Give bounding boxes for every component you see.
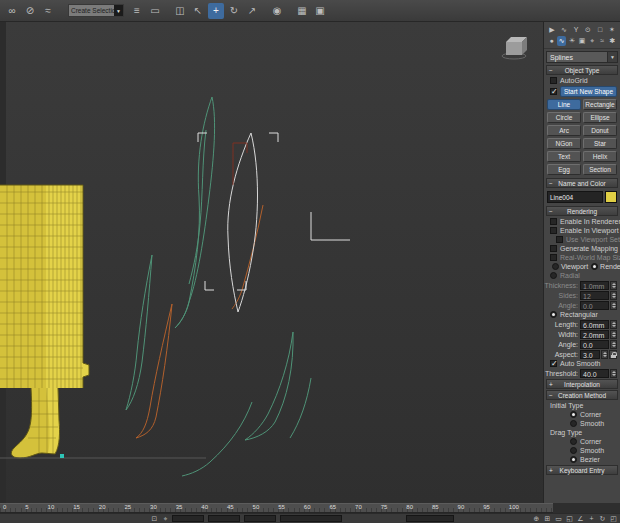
button-ellipse[interactable]: Ellipse xyxy=(583,112,617,123)
green-spline-curves[interactable] xyxy=(126,97,311,476)
drag-smooth-radio[interactable] xyxy=(570,447,577,454)
drag-corner-radio[interactable] xyxy=(570,438,577,445)
category-space-warps[interactable]: ≈ xyxy=(598,36,607,46)
category-systems[interactable]: ✱ xyxy=(608,36,617,46)
spinner-control[interactable] xyxy=(610,340,617,349)
viewport-radio[interactable] xyxy=(552,263,559,270)
zoom-icon[interactable]: ⊕ xyxy=(531,514,542,523)
orange-spline-curves[interactable] xyxy=(136,205,263,438)
zoom-all-icon[interactable]: ⊞ xyxy=(542,514,553,523)
rollout-object-type[interactable]: − Object Type xyxy=(546,65,618,75)
rendered-frame-window-button[interactable]: ▣ xyxy=(312,3,328,19)
rollout-interpolation[interactable]: + Interpolation xyxy=(546,379,618,389)
initial-smooth-radio[interactable] xyxy=(570,420,577,427)
rollout-creation-method[interactable]: − Creation Method xyxy=(546,390,618,400)
zoom-extents-icon[interactable]: ▭ xyxy=(553,514,564,523)
start-new-shape-button[interactable]: Start New Shape xyxy=(560,86,617,97)
collapse-icon[interactable]: − xyxy=(547,208,555,215)
frame-number-field[interactable] xyxy=(406,515,454,522)
auto-smooth-checkbox[interactable] xyxy=(550,360,557,367)
expand-icon[interactable]: + xyxy=(547,381,555,388)
use-viewport-settings-checkbox[interactable] xyxy=(556,236,563,243)
enable-in-viewport-checkbox[interactable] xyxy=(550,227,557,234)
zoom-extents-all-icon[interactable]: ◱ xyxy=(564,514,575,523)
aspect-field[interactable]: 3.0 xyxy=(580,350,600,359)
expand-icon[interactable]: + xyxy=(547,467,555,474)
rectangular-selection-region-button[interactable]: ▭ xyxy=(147,3,163,19)
category-helpers[interactable]: ⌖ xyxy=(588,36,597,46)
thickness-field[interactable]: 1.0mm xyxy=(580,281,609,290)
real-world-map-size-checkbox[interactable] xyxy=(550,254,557,261)
tab-display[interactable]: □ xyxy=(595,25,605,34)
button-line[interactable]: Line xyxy=(547,99,581,110)
radial-radio[interactable] xyxy=(550,272,557,279)
spinner-control[interactable] xyxy=(610,369,617,378)
maximize-viewport-icon[interactable]: ◰ xyxy=(608,514,619,523)
selection-lock-icon[interactable]: ⌖ xyxy=(161,515,170,523)
button-helix[interactable]: Helix xyxy=(583,151,617,162)
select-and-move-button[interactable]: + xyxy=(208,3,224,19)
rectangular-radio[interactable] xyxy=(550,311,557,318)
collapse-icon[interactable]: − xyxy=(547,67,555,74)
collapse-icon[interactable]: − xyxy=(547,180,555,187)
tab-create[interactable]: ▶ xyxy=(547,25,557,34)
generate-mapping-coords-checkbox[interactable] xyxy=(550,245,557,252)
named-selection-sets-dropdown[interactable]: Create Selection Se ▼ xyxy=(68,4,124,17)
object-name-field[interactable]: Line004 xyxy=(547,191,603,203)
renderer-radio[interactable] xyxy=(591,263,598,270)
spinner-control[interactable] xyxy=(610,330,617,339)
dropdown-arrow-icon[interactable]: ▼ xyxy=(607,52,617,62)
select-by-name-button[interactable]: ≡ xyxy=(129,3,145,19)
window-crossing-toggle[interactable]: ◫ xyxy=(172,3,188,19)
isolate-selection-icon[interactable]: ⊡ xyxy=(150,515,159,523)
material-editor-button[interactable]: ◉ xyxy=(269,3,285,19)
spinner-control[interactable] xyxy=(601,350,608,359)
time-slider-track[interactable]: 0 5 10 15 20 25 30 35 40 45 50 55 60 65 … xyxy=(0,503,553,513)
unlink-selection-icon[interactable]: ⊘ xyxy=(22,3,38,19)
rollout-rendering[interactable]: − Rendering xyxy=(546,206,618,216)
tab-modify[interactable]: ∿ xyxy=(559,25,569,34)
z-coordinate-field[interactable] xyxy=(244,515,276,522)
viewport-canvas[interactable] xyxy=(0,22,543,503)
button-egg[interactable]: Egg xyxy=(547,164,581,175)
select-and-rotate-button[interactable]: ↻ xyxy=(226,3,242,19)
rollout-keyboard-entry[interactable]: + Keyboard Entry xyxy=(546,465,618,475)
width-field[interactable]: 2.0mm xyxy=(580,330,609,339)
object-color-swatch[interactable] xyxy=(605,191,617,203)
x-coordinate-field[interactable] xyxy=(172,515,204,522)
button-rectangle[interactable]: Rectangle xyxy=(583,99,617,110)
render-setup-button[interactable]: ▦ xyxy=(294,3,310,19)
field-of-view-icon[interactable]: ∠ xyxy=(575,514,586,523)
orbit-icon[interactable]: ↻ xyxy=(597,514,608,523)
category-geometry[interactable]: ● xyxy=(547,36,556,46)
button-star[interactable]: Star xyxy=(583,138,617,149)
active-line-spline[interactable] xyxy=(228,133,258,312)
button-donut[interactable]: Donut xyxy=(583,125,617,136)
spinner-control[interactable] xyxy=(610,301,617,310)
red-rectangle-spline[interactable] xyxy=(233,143,247,185)
length-field[interactable]: 6.0mm xyxy=(580,320,609,329)
radial-angle-field[interactable]: 0.0 xyxy=(580,301,609,310)
enable-in-renderer-checkbox[interactable] xyxy=(550,218,557,225)
category-cameras[interactable]: ▣ xyxy=(577,36,586,46)
shape-type-dropdown[interactable]: Splines ▼ xyxy=(546,51,618,63)
sides-field[interactable]: 12 xyxy=(580,291,609,300)
button-text[interactable]: Text xyxy=(547,151,581,162)
tab-utilities[interactable]: ✶ xyxy=(607,25,617,34)
initial-corner-radio[interactable] xyxy=(570,411,577,418)
rect-angle-field[interactable]: 0.0 xyxy=(580,340,609,349)
category-lights[interactable]: ☀ xyxy=(567,36,576,46)
yellow-mesh-object[interactable] xyxy=(0,185,89,458)
y-coordinate-field[interactable] xyxy=(208,515,240,522)
button-ngon[interactable]: NGon xyxy=(547,138,581,149)
button-section[interactable]: Section xyxy=(583,164,617,175)
spinner-control[interactable] xyxy=(610,281,617,290)
category-shapes[interactable]: ∿ xyxy=(557,36,566,46)
bind-to-space-warp-icon[interactable]: ≈ xyxy=(40,3,56,19)
drag-bezier-radio[interactable] xyxy=(570,456,577,463)
button-arc[interactable]: Arc xyxy=(547,125,581,136)
select-and-link-icon[interactable]: ∞ xyxy=(4,3,20,19)
autogrid-checkbox[interactable] xyxy=(550,77,557,84)
start-new-shape-checkbox[interactable] xyxy=(550,88,557,95)
viewcube[interactable] xyxy=(502,37,527,59)
